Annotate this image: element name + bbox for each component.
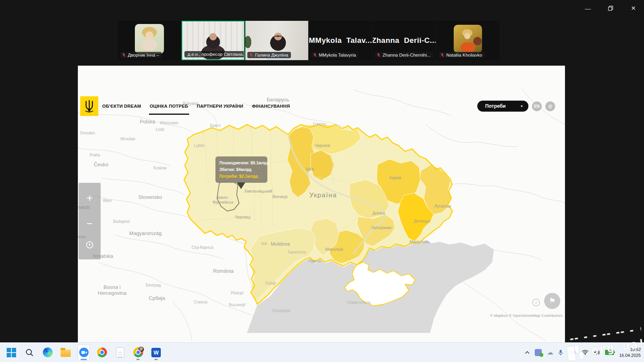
participant-name: Nataliia Kholiavko: [446, 53, 482, 57]
windows-logo-icon: [7, 348, 16, 357]
screen-share-dream-map[interactable]: УкраїнаБеларусьPolskaČeskoSlovenskoMagya…: [78, 66, 565, 343]
chrome-profile-button[interactable]: [132, 345, 144, 360]
chrome-icon: [133, 347, 143, 357]
taskbar-icons: W: [6, 343, 162, 362]
keyboard-language[interactable]: УКР: [568, 350, 577, 355]
window-controls: — ✕: [583, 4, 638, 13]
participant-name: Дворник Інна –: [128, 53, 159, 57]
language-button[interactable]: EN: [532, 101, 542, 111]
search-button[interactable]: [24, 345, 35, 360]
participant-tile[interactable]: MMykola Talav... MMykola Talavyria: [309, 21, 372, 60]
tooltip-losses: Збитки: $4млрд: [219, 166, 263, 173]
tray-chevron-icon[interactable]: [525, 351, 530, 354]
search-icon: [25, 348, 34, 357]
system-tray: ☁ УКР 10:52 16.04.2025: [525, 343, 641, 362]
region-tooltip: Пошкодження: $0.1млрд Збитки: $4млрд Пот…: [215, 156, 267, 183]
nav-right-controls: Потреби ▼ EN @: [477, 101, 555, 112]
minimize-button[interactable]: —: [583, 4, 592, 13]
chrome-icon: [97, 347, 107, 357]
participant-tile[interactable]: Zhanna Derii-C... Zhanna Derii-Chernihi.…: [373, 21, 436, 60]
word-button[interactable]: W: [150, 345, 162, 360]
folder-icon: [61, 349, 71, 357]
participant-strip: Дворник Інна – д.е.н., професор Світлана…: [118, 21, 499, 60]
participant-tile[interactable]: Дворник Інна –: [118, 21, 181, 60]
speaker-icon[interactable]: [594, 350, 600, 355]
participant-name: MMykola Talavyria: [319, 53, 356, 57]
zoom-app-button[interactable]: [78, 345, 90, 360]
participant-avatar: [454, 25, 482, 53]
zoom-out-button[interactable]: −: [79, 219, 101, 229]
chevron-down-icon: ▼: [520, 105, 523, 108]
map-attribution[interactable]: © Mapbox © OpenStreetMap Contributors: [490, 313, 563, 318]
contact-button[interactable]: @: [545, 101, 555, 111]
profile-avatar: [138, 346, 144, 353]
start-button[interactable]: [6, 345, 17, 360]
mic-off-icon: [376, 53, 381, 57]
zoom-in-button[interactable]: +: [79, 193, 101, 204]
map-marker: [237, 182, 245, 189]
info-icon[interactable]: i: [532, 299, 540, 306]
mic-off-icon: [249, 53, 254, 57]
tab-needs-assessment[interactable]: ОЦІНКА ПОТРЕБ: [150, 104, 188, 108]
edge-icon: [43, 347, 53, 357]
chrome-button[interactable]: [96, 345, 108, 360]
needs-dropdown-label: Потреби: [485, 103, 506, 109]
onedrive-icon[interactable]: ☁: [547, 349, 553, 356]
participant-name: Галина Джупіна: [255, 53, 288, 57]
trident-logo[interactable]: [80, 96, 98, 116]
edge-button[interactable]: [42, 345, 53, 360]
tray-clock[interactable]: 10:52 16.04.2025: [619, 347, 641, 358]
mic-off-icon: [121, 53, 126, 57]
participant-tile-active-speaker[interactable]: д.е.н., професор Світлана...: [182, 21, 245, 60]
needs-dropdown[interactable]: Потреби ▼: [477, 101, 528, 112]
compass-icon: [86, 241, 94, 249]
teams-icon[interactable]: [535, 349, 542, 356]
mic-off-icon: [440, 53, 445, 57]
battery-icon[interactable]: [605, 350, 614, 355]
participant-name-badge: Галина Джупіна: [247, 52, 291, 58]
participant-name: д.е.н., професор Світлана...: [188, 52, 245, 57]
tab-financing[interactable]: ФІНАНСУВАННЯ: [252, 104, 290, 108]
participant-tile[interactable]: Галина Джупіна: [245, 21, 308, 60]
tab-dream-objects[interactable]: ОБ'ЄКТИ DREAM: [102, 104, 141, 108]
participant-avatar: [135, 24, 164, 54]
map-zoom-controls: + −: [79, 183, 101, 259]
participant-name-badge: Zhanna Derii-Chernihi...: [375, 52, 433, 58]
participant-name-badge: д.е.н., професор Світлана...: [184, 51, 245, 57]
participant-name: Zhanna Derii-Chernihi...: [383, 53, 431, 57]
locate-button[interactable]: [79, 240, 101, 251]
zoom-app-icon: [79, 347, 89, 357]
participant-name-badge: MMykola Talavyria: [311, 52, 359, 58]
microphone-icon[interactable]: [558, 349, 563, 356]
notepad-button[interactable]: [114, 345, 126, 360]
tooltip-damages: Пошкодження: $0.1млрд: [219, 160, 263, 166]
windows-taskbar: W ☁ УКР 10:52 1: [0, 342, 644, 362]
zoom-meeting-window: — ✕ Дворник Інна – д.е.н., професор Світ…: [0, 0, 644, 362]
trident-icon: [83, 99, 95, 113]
tooltip-needs: Потреби: $2.1млрд: [219, 173, 263, 180]
document-icon: [116, 347, 124, 358]
nav-tabs: ОБ'ЄКТИ DREAM ОЦІНКА ПОТРЕБ ПАРТНЕРИ УКР…: [102, 96, 290, 116]
mic-off-icon: [313, 53, 317, 57]
participant-tile[interactable]: Nataliia Kholiavko: [436, 21, 499, 60]
dream-navbar: ОБ'ЄКТИ DREAM ОЦІНКА ПОТРЕБ ПАРТНЕРИ УКР…: [78, 96, 565, 117]
close-button[interactable]: ✕: [629, 4, 638, 13]
restore-icon[interactable]: [606, 4, 615, 13]
report-flag-button[interactable]: ⚑: [544, 293, 560, 309]
participant-name-badge: Nataliia Kholiavko: [438, 52, 485, 58]
tray-date: 16.04.2025: [619, 353, 641, 358]
wifi-icon[interactable]: [582, 350, 589, 355]
tray-time: 10:52: [619, 347, 641, 352]
word-icon: W: [151, 348, 161, 357]
watermark-line1: ▬ ▬▬ ▬ ▬ ▬▬ ▬▬ ▬ !: [561, 325, 644, 343]
file-explorer-button[interactable]: [60, 345, 72, 360]
participant-name-badge: Дворник Інна –: [120, 52, 162, 58]
tab-ukraine-partners[interactable]: ПАРТНЕРИ УКРАЇНИ: [197, 104, 243, 108]
